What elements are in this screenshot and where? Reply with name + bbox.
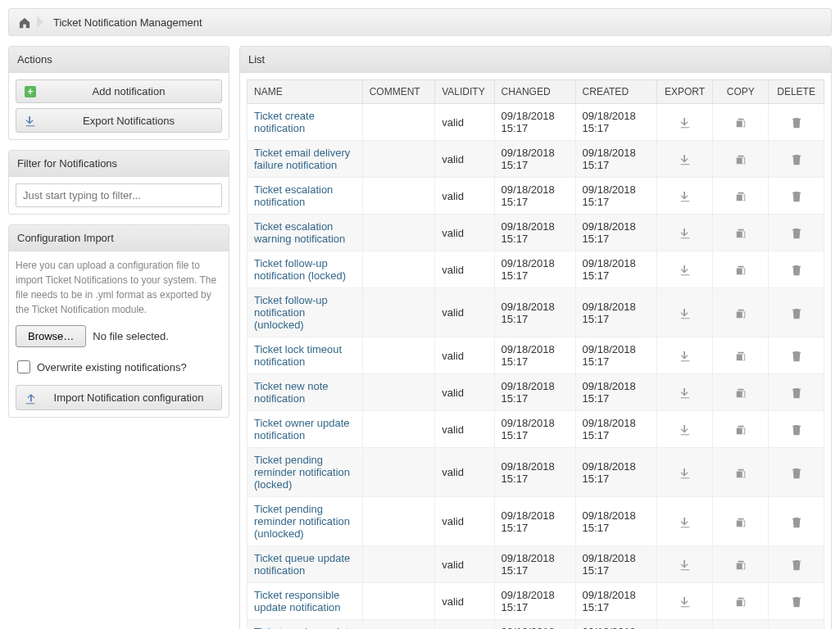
- copy-icon[interactable]: [735, 115, 747, 129]
- export-icon[interactable]: [679, 465, 691, 478]
- export-notifications-label: Export Notifications: [44, 115, 213, 127]
- delete-icon[interactable]: [791, 514, 802, 527]
- delete-icon[interactable]: [791, 263, 802, 276]
- copy-icon[interactable]: [735, 514, 747, 527]
- table-row: Ticket new note notificationvalid09/18/2…: [247, 374, 824, 411]
- upload-icon: [25, 391, 36, 404]
- file-status-label: No file selected.: [93, 330, 169, 342]
- actions-header: Actions: [9, 47, 229, 73]
- filter-header: Filter for Notifications: [9, 151, 229, 177]
- col-header-name[interactable]: NAME: [247, 80, 363, 104]
- cell-created: 09/18/2018 15:17: [575, 620, 656, 630]
- cell-changed: 09/18/2018 15:17: [494, 497, 575, 546]
- delete-icon[interactable]: [791, 423, 802, 436]
- overwrite-label[interactable]: Overwrite existing notifications?: [37, 361, 187, 373]
- col-header-validity[interactable]: VALIDITY: [435, 80, 494, 104]
- notification-name-link[interactable]: Ticket escalation warning notification: [254, 220, 345, 245]
- col-header-delete[interactable]: DELETE: [769, 80, 824, 104]
- export-icon[interactable]: [679, 514, 691, 527]
- delete-icon[interactable]: [791, 465, 802, 478]
- notification-name-link[interactable]: Ticket pending reminder notification (un…: [254, 503, 350, 540]
- cell-validity: valid: [435, 337, 494, 374]
- config-import-description: Here you can upload a configuration file…: [16, 258, 222, 317]
- delete-icon[interactable]: [791, 558, 802, 571]
- cell-validity: valid: [435, 288, 494, 337]
- delete-icon[interactable]: [791, 386, 802, 399]
- cell-changed: 09/18/2018 15:17: [494, 546, 575, 583]
- cell-validity: valid: [435, 251, 494, 288]
- copy-icon[interactable]: [735, 152, 747, 165]
- export-icon[interactable]: [679, 386, 691, 399]
- export-notifications-button[interactable]: Export Notifications: [16, 108, 222, 133]
- export-icon[interactable]: [679, 349, 691, 362]
- notification-name-link[interactable]: Ticket follow-up notification (locked): [254, 257, 346, 282]
- export-icon[interactable]: [679, 263, 691, 276]
- copy-icon[interactable]: [735, 305, 747, 319]
- delete-icon[interactable]: [791, 189, 802, 202]
- export-icon[interactable]: [679, 423, 691, 436]
- export-icon[interactable]: [679, 305, 691, 319]
- notification-name-link[interactable]: Ticket owner update notification: [254, 417, 350, 441]
- export-icon[interactable]: [679, 226, 691, 239]
- table-row: Ticket service update notificationvalid0…: [247, 620, 824, 630]
- col-header-comment[interactable]: COMMENT: [362, 80, 435, 104]
- export-icon[interactable]: [679, 189, 691, 202]
- add-notification-button[interactable]: Add notification: [16, 79, 222, 103]
- delete-icon[interactable]: [791, 115, 802, 129]
- copy-icon[interactable]: [735, 189, 747, 202]
- export-icon[interactable]: [679, 558, 691, 571]
- notification-name-link[interactable]: Ticket escalation notification: [254, 183, 333, 208]
- delete-icon[interactable]: [791, 595, 802, 608]
- table-row: Ticket create notificationvalid09/18/201…: [247, 104, 824, 141]
- export-icon[interactable]: [679, 115, 691, 129]
- notification-name-link[interactable]: Ticket pending reminder notification (lo…: [254, 454, 350, 491]
- overwrite-checkbox[interactable]: [17, 360, 30, 373]
- copy-icon[interactable]: [735, 423, 747, 436]
- export-icon[interactable]: [679, 152, 691, 165]
- col-header-export[interactable]: EXPORT: [656, 80, 713, 104]
- col-header-copy[interactable]: COPY: [713, 80, 769, 104]
- delete-icon[interactable]: [791, 152, 802, 165]
- notification-name-link[interactable]: Ticket create notification: [254, 110, 315, 134]
- table-row: Ticket escalation notificationvalid09/18…: [247, 178, 824, 215]
- col-header-changed[interactable]: CHANGED: [494, 80, 575, 104]
- delete-icon[interactable]: [791, 305, 802, 319]
- delete-icon[interactable]: [791, 349, 802, 362]
- copy-icon[interactable]: [735, 558, 747, 571]
- filter-input[interactable]: [16, 183, 222, 207]
- cell-comment: [362, 448, 435, 497]
- cell-created: 09/18/2018 15:17: [575, 141, 656, 178]
- home-icon[interactable]: [19, 16, 30, 29]
- breadcrumb: Ticket Notification Management: [8, 8, 832, 36]
- cell-comment: [362, 215, 435, 251]
- cell-changed: 09/18/2018 15:17: [494, 141, 575, 178]
- copy-icon[interactable]: [735, 595, 747, 608]
- cell-created: 09/18/2018 15:17: [575, 448, 656, 497]
- notification-name-link[interactable]: Ticket new note notification: [254, 380, 329, 405]
- cell-created: 09/18/2018 15:17: [575, 337, 656, 374]
- cell-created: 09/18/2018 15:17: [575, 178, 656, 215]
- notification-name-link[interactable]: Ticket service update notification: [254, 626, 354, 629]
- list-panel: List NAME COMMENT VALIDITY CHANGED CREAT…: [239, 46, 832, 629]
- notification-name-link[interactable]: Ticket email delivery failure notificati…: [254, 147, 350, 171]
- copy-icon[interactable]: [735, 465, 747, 478]
- notification-name-link[interactable]: Ticket queue update notification: [254, 552, 350, 577]
- table-row: Ticket lock timeout notificationvalid09/…: [247, 337, 824, 374]
- notification-name-link[interactable]: Ticket lock timeout notification: [254, 343, 342, 368]
- copy-icon[interactable]: [735, 226, 747, 239]
- import-config-button[interactable]: Import Notification configuration: [16, 385, 222, 410]
- actions-panel: Actions Add notification Export Notifica…: [8, 46, 229, 140]
- cell-comment: [362, 583, 435, 620]
- copy-icon[interactable]: [735, 349, 747, 362]
- copy-icon[interactable]: [735, 386, 747, 399]
- browse-button[interactable]: Browse…: [16, 325, 86, 347]
- delete-icon[interactable]: [791, 226, 802, 239]
- cell-created: 09/18/2018 15:17: [575, 288, 656, 337]
- table-row: Ticket follow-up notification (unlocked)…: [247, 288, 824, 337]
- copy-icon[interactable]: [735, 263, 747, 276]
- notification-name-link[interactable]: Ticket responsible update notification: [254, 589, 341, 613]
- col-header-created[interactable]: CREATED: [575, 80, 656, 104]
- export-icon[interactable]: [679, 595, 691, 608]
- list-header: List: [240, 47, 831, 73]
- notification-name-link[interactable]: Ticket follow-up notification (unlocked): [254, 294, 328, 331]
